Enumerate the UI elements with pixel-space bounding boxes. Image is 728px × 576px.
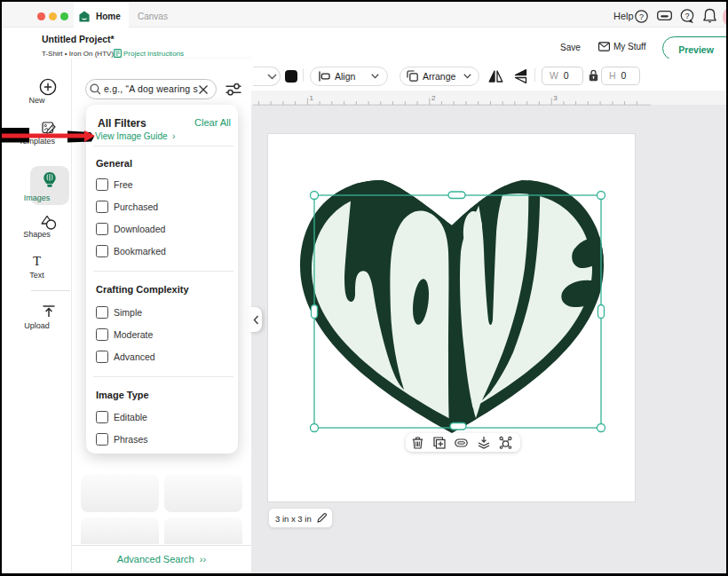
svg-text:?: ? — [639, 12, 644, 21]
svg-text:3: 3 — [553, 94, 558, 102]
svg-text:?: ? — [684, 12, 689, 20]
svg-text:1: 1 — [309, 94, 313, 102]
svg-text:2: 2 — [431, 94, 436, 102]
